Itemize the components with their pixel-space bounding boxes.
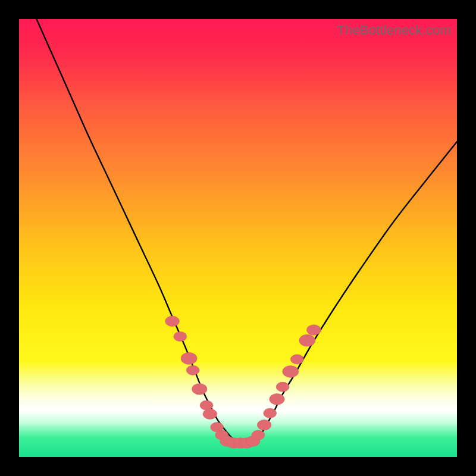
plot-area: TheBottleneck.com xyxy=(19,19,457,457)
curve-layer xyxy=(19,19,457,457)
data-dot xyxy=(283,365,299,377)
data-dot xyxy=(200,400,213,410)
data-dot xyxy=(264,408,277,418)
data-dot xyxy=(270,393,284,405)
curve-dots xyxy=(165,316,321,448)
data-dot xyxy=(165,316,180,327)
data-dot xyxy=(181,352,197,364)
data-dot xyxy=(306,325,321,336)
watermark-text: TheBottleneck.com xyxy=(337,23,451,38)
data-dot xyxy=(174,331,187,341)
data-dot xyxy=(290,355,303,364)
chart-frame: TheBottleneck.com xyxy=(0,0,476,476)
data-dot xyxy=(257,420,271,431)
data-dot xyxy=(192,384,207,395)
data-dot xyxy=(299,334,315,346)
data-dot xyxy=(186,365,199,375)
data-dot xyxy=(276,382,289,392)
data-dot xyxy=(252,430,265,440)
bottleneck-curve xyxy=(36,19,457,445)
data-dot xyxy=(203,409,217,419)
